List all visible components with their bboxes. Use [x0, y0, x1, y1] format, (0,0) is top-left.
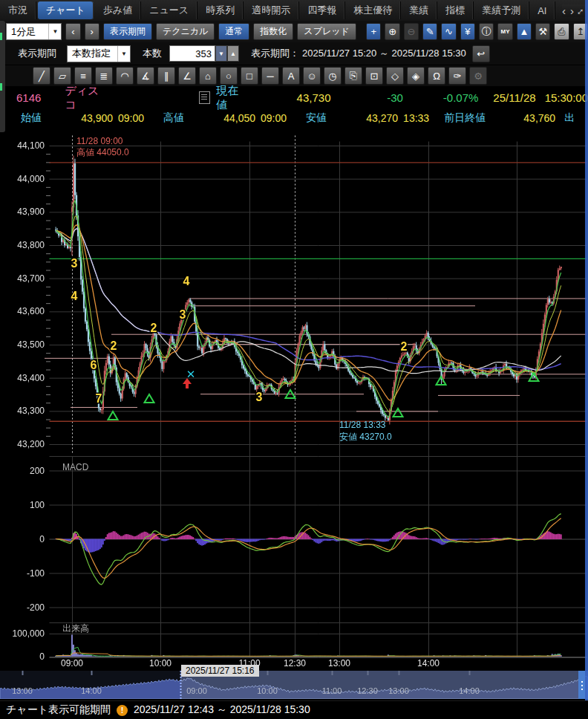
text-tool-icon[interactable]: A — [282, 67, 300, 85]
status-range: 2025/11/27 12:43 ～ 2025/11/28 15:30 — [134, 703, 310, 717]
green-marker — [0, 83, 2, 91]
lock-draw-tool-icon[interactable]: ✑ — [448, 67, 466, 85]
chevron-down-icon: ▼ — [48, 24, 61, 39]
trendline-tool-icon[interactable]: ╱ — [33, 67, 50, 85]
draw-pencil-icon[interactable]: ✎ — [422, 23, 437, 40]
open-label: 始値 — [21, 111, 42, 125]
ellipse-tool-icon[interactable]: ○ — [220, 67, 238, 85]
high-label: 高値 — [163, 111, 184, 125]
tab-nav: ‹ › ↕ — [562, 4, 588, 17]
magnet-tool-icon[interactable]: Ω — [428, 67, 445, 85]
fan-lines-tool-icon[interactable]: ∡ — [137, 67, 154, 85]
tab[interactable]: 業績 — [401, 1, 437, 19]
horizontal-line-tool-icon[interactable]: ─ — [261, 67, 279, 85]
range-value: 2025/11/27 15:20 ～ 2025/11/28 15:30 — [302, 47, 466, 60]
tab[interactable]: AI — [529, 1, 555, 19]
tab-scroll-left-icon[interactable]: ‹ — [562, 4, 566, 17]
count-decrease-button[interactable]: ▼ — [215, 45, 227, 62]
price-label: 現在値 — [216, 84, 249, 112]
indexed-button[interactable]: 指数化 — [253, 23, 293, 40]
tab[interactable]: 市況 — [0, 1, 36, 19]
status-bar: チャート表示可能期間 ! 2025/11/27 12:43 ～ 2025/11/… — [0, 700, 588, 719]
tab[interactable]: ニュース — [141, 1, 197, 19]
my-indicator-icon[interactable]: MY — [497, 23, 512, 40]
left-panel-edge[interactable] — [0, 21, 5, 132]
low-time: 13:33 — [403, 112, 429, 124]
period-settings-row: 表示期間 本数指定 ▼ 本数 353 ▼ ▲ 表示期間： 2025/11/27 … — [0, 42, 588, 65]
interval-prev-button[interactable]: ‹ — [65, 23, 80, 40]
tab-scroll-right-icon[interactable]: › — [570, 4, 574, 17]
status-label: チャート表示可能期間 — [6, 703, 111, 717]
tab[interactable]: 株主優待 — [345, 1, 401, 19]
zoom-in-icon[interactable]: ⊕ — [385, 23, 399, 40]
price-change-pct: -0.07% — [403, 91, 478, 104]
low-label: 安値 — [306, 111, 327, 125]
gann-angle-tool-icon[interactable]: ∠ — [178, 67, 196, 85]
duplicate-tool-icon[interactable]: ⎘ — [344, 67, 362, 85]
tab-bar: 市況チャート歩み値ニュース時系列適時開示四季報株主優待業績指標業績予測AI ‹ … — [0, 0, 588, 22]
high-time: 09:00 — [261, 112, 287, 124]
icon-stamp-tool-icon[interactable]: ☺ — [303, 67, 321, 85]
interval-next-button[interactable]: › — [85, 23, 99, 40]
tab[interactable]: 指標 — [437, 1, 474, 19]
fib-extension-tool-icon[interactable]: ≣ — [95, 67, 113, 85]
open-time: 09:00 — [118, 112, 144, 124]
reset-period-button[interactable]: ↩ — [472, 45, 490, 62]
rectangle-tool-icon[interactable]: □ — [241, 67, 258, 85]
bar-count-input[interactable]: 353 — [169, 45, 215, 62]
arc-tool-icon[interactable]: ◠ — [116, 67, 134, 85]
quote-date: 25/11/28 — [493, 91, 535, 104]
chart-toolbar: 1分足 ▼ ‹ › 表示期間テクニカル通常指数化スプレッド +⊕⊖✎∿¥ⓘMY▲… — [0, 21, 588, 42]
chart-canvas[interactable] — [0, 131, 588, 700]
spread-button[interactable]: スプレッド — [297, 23, 356, 40]
high-value: 44,050 — [184, 112, 255, 124]
display-period-button[interactable]: 表示期間 — [103, 23, 152, 40]
tab[interactable]: 業績予測 — [474, 1, 529, 19]
price-change: -30 — [330, 91, 402, 104]
quote-header: 6146 ディスコ 現在値 43,730 -30 -0.07% 25/11/28… — [0, 88, 588, 108]
chart-style-icon[interactable]: ▲ — [517, 23, 532, 40]
select-tool-icon[interactable]: ⊡ — [365, 67, 383, 85]
pentagon-tool-icon[interactable]: ⌂ — [199, 67, 217, 85]
tab[interactable]: 四季報 — [299, 1, 345, 19]
navigator-tooltip: 2025/11/27 15:16 — [181, 665, 259, 677]
time-zones-tool-icon[interactable]: ∥ — [157, 67, 175, 85]
settings-wrench-icon[interactable]: ⚒ — [535, 23, 550, 40]
eraser-tool-icon[interactable]: ◇ — [386, 67, 404, 85]
zoom-out-icon[interactable]: ⊖ — [404, 23, 419, 40]
stock-name[interactable]: ディスコ — [65, 84, 110, 112]
warning-icon: ! — [117, 705, 128, 716]
document-icon[interactable] — [199, 91, 210, 104]
range-label: 表示期間： — [251, 47, 299, 60]
period-mode-select[interactable]: 本数指定 ▼ — [67, 45, 131, 62]
tab[interactable]: 時系列 — [197, 1, 244, 19]
expand-icon[interactable]: ↕ — [578, 4, 584, 17]
current-price: 43,730 — [249, 91, 330, 104]
chevron-down-icon: ▼ — [117, 46, 130, 62]
normal-button[interactable]: 通常 — [218, 23, 249, 40]
ohlc-row: 始値 43,900 09:00 高値 44,050 09:00 安値 43,27… — [0, 108, 588, 128]
tab[interactable]: 適時開示 — [244, 1, 299, 19]
prev-close-label: 前日終値 — [444, 111, 486, 125]
interval-select[interactable]: 1分足 ▼ — [6, 23, 62, 40]
period-row-label: 表示期間 — [18, 47, 56, 60]
technical-button[interactable]: テクニカル — [156, 23, 215, 40]
stock-code: 6146 — [16, 91, 41, 104]
open-value: 43,900 — [42, 112, 113, 124]
ruler-tool-icon[interactable]: ▱ — [53, 67, 71, 85]
tab[interactable]: チャート — [38, 1, 94, 19]
tab[interactable]: 歩み値 — [95, 1, 141, 19]
yen-icon[interactable]: ¥ — [460, 23, 475, 40]
draw-settings-icon[interactable]: ⚙ — [469, 67, 487, 85]
count-increase-button[interactable]: ▲ — [227, 45, 239, 62]
low-value: 43,270 — [327, 112, 398, 124]
crosshair-icon[interactable]: + — [366, 23, 381, 40]
trend-tool-icon[interactable]: ∿ — [441, 23, 456, 40]
fib-retracement-tool-icon[interactable]: ≡ — [74, 67, 92, 85]
info-icon[interactable]: ⓘ — [479, 23, 494, 40]
time-cycle-tool-icon[interactable]: ◷ — [324, 67, 342, 85]
text-eraser-tool-icon[interactable]: ◈ — [407, 67, 425, 85]
green-marker — [0, 33, 2, 40]
print-icon[interactable]: ⎙ — [554, 23, 569, 40]
window-right-edge — [585, 0, 588, 700]
